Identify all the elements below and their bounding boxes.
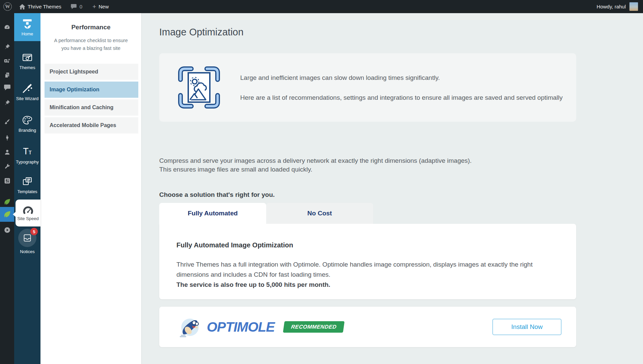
thrive-dashboard-active-leaf-icon[interactable] (0, 207, 14, 222)
users-icon[interactable] (0, 148, 14, 156)
thrive-logo-icon (22, 18, 33, 30)
new-label: New (99, 4, 109, 9)
menu-item-minification-and-caching[interactable]: Minification and Caching (45, 99, 138, 116)
media-icon[interactable] (0, 57, 14, 65)
image-crop-frame-icon (177, 65, 221, 110)
site-name-menu[interactable]: Thrive Themes (19, 4, 61, 9)
inbox-icon (23, 234, 32, 242)
sidebar-item-label: Notices (20, 249, 34, 254)
sidebar-item-label: Home (22, 31, 33, 36)
info-paragraph-2: Here are a list of recommendations, sett… (240, 93, 563, 102)
optimole-card: OPTIMOLE RECOMMENDED Install Now (159, 307, 576, 347)
sidebar-item-label: Site Wizard (16, 96, 38, 101)
tab-no-cost[interactable]: No Cost (266, 203, 373, 224)
sidebar-item-label: Branding (19, 128, 36, 133)
sidebar-item-notices[interactable]: 5 Notices (14, 229, 40, 258)
page-title: Image Optimization (159, 26, 643, 38)
intro-text: Compress and serve your images across a … (159, 156, 643, 174)
admin-new-menu[interactable]: + New (92, 3, 109, 10)
dashboard-icon[interactable] (0, 23, 14, 32)
notices-count-badge: 5 (30, 228, 38, 235)
appearance-brush-icon[interactable] (0, 117, 14, 126)
wordpress-admin-screen: W Thrive Themes 0 + New Howdy, rahul (0, 0, 643, 364)
notices-circle: 5 (18, 229, 36, 247)
speedometer-icon (22, 205, 34, 214)
avatar (629, 2, 638, 11)
site-name: Thrive Themes (28, 4, 61, 9)
comments-count: 0 (80, 4, 82, 9)
free-tier-note: The service is also free up to 5,000 hit… (176, 280, 554, 290)
sidebar-item-home[interactable]: Home (14, 13, 40, 41)
magic-wand-icon (22, 83, 33, 94)
tab-fully-automated[interactable]: Fully Automated (159, 203, 266, 224)
theme-card-brush-icon (22, 53, 33, 63)
choose-solution-label: Choose a solution that's right for you. (159, 191, 643, 199)
main-content: Image Optimization (142, 13, 643, 364)
letters-Tt-icon: Tт (23, 146, 32, 157)
sidebar-item-typography[interactable]: Tт Typography (14, 146, 40, 167)
performance-menu: Project Lightspeed Image Optimization Mi… (40, 64, 141, 135)
thrive-leaf-icon[interactable] (0, 198, 14, 206)
account-menu[interactable]: Howdy, rahul (597, 2, 638, 11)
wp-admin-sidebar (0, 13, 14, 364)
settings-sliders-icon[interactable] (0, 176, 14, 185)
sidebar-item-site-speed[interactable]: Site Speed (16, 200, 40, 226)
info-card: Large and inefficient images can slow do… (159, 53, 576, 122)
layered-cards-icon (22, 177, 33, 187)
wordpress-logo-icon[interactable]: W (3, 2, 12, 11)
performance-panel: Performance A performance checklist to e… (40, 13, 142, 364)
pin-icon[interactable] (0, 98, 14, 107)
admin-bar: W Thrive Themes 0 + New Howdy, rahul (0, 0, 643, 13)
pages-icon[interactable] (0, 71, 14, 80)
optimole-wordmark: OPTIMOLE (207, 320, 275, 335)
tab-content-card: Fully Automated Image Optimization Thriv… (159, 224, 576, 299)
plugins-plug-icon[interactable] (0, 133, 14, 142)
sidebar-item-themes[interactable]: Themes (14, 53, 40, 73)
howdy-text: Howdy, rahul (597, 4, 626, 9)
sidebar-item-label: Typography (16, 159, 39, 164)
sidebar-item-label: Themes (20, 65, 35, 70)
info-card-text: Large and inefficient images can slow do… (240, 73, 563, 102)
optimole-mole-mascot-icon (178, 316, 201, 338)
admin-comments-menu[interactable]: 0 (71, 4, 82, 9)
home-icon (19, 4, 25, 9)
sidebar-item-branding[interactable]: Branding (14, 115, 40, 136)
solution-tabs: Fully Automated No Cost (159, 203, 373, 224)
tools-wrench-icon[interactable] (0, 162, 14, 171)
sidebar-item-label: Templates (17, 189, 37, 194)
menu-item-accelerated-mobile-pages[interactable]: Accelerated Mobile Pages (45, 117, 138, 133)
comment-bubble-icon (71, 4, 77, 9)
comments-icon[interactable] (0, 83, 14, 92)
info-paragraph-1: Large and inefficient images can slow do… (240, 73, 563, 83)
thrive-sidebar: Home Themes Site Wizard Branding Tт Typo… (14, 13, 40, 364)
sidebar-item-site-wizard[interactable]: Site Wizard (14, 83, 40, 104)
panel-title: Performance (40, 24, 141, 31)
tab-content-body: Thrive Themes has a full integration wit… (176, 260, 554, 290)
menu-item-image-optimization[interactable]: Image Optimization (45, 82, 138, 98)
palette-icon (22, 115, 33, 125)
recommended-badge: RECOMMENDED (283, 321, 345, 333)
plus-icon: + (92, 3, 96, 10)
flyout-pointer-arrow (13, 211, 16, 217)
install-now-button[interactable]: Install Now (493, 319, 561, 335)
panel-subtitle: A performance checklist to ensure you ha… (40, 37, 141, 52)
sidebar-item-templates[interactable]: Templates (14, 177, 40, 198)
tab-content-heading: Fully Automated Image Optimization (176, 241, 576, 249)
sidebar-item-label: Site Speed (17, 216, 39, 221)
menu-item-project-lightspeed[interactable]: Project Lightspeed (45, 64, 138, 80)
pin-icon[interactable] (0, 42, 14, 51)
video-play-icon[interactable] (0, 225, 14, 234)
